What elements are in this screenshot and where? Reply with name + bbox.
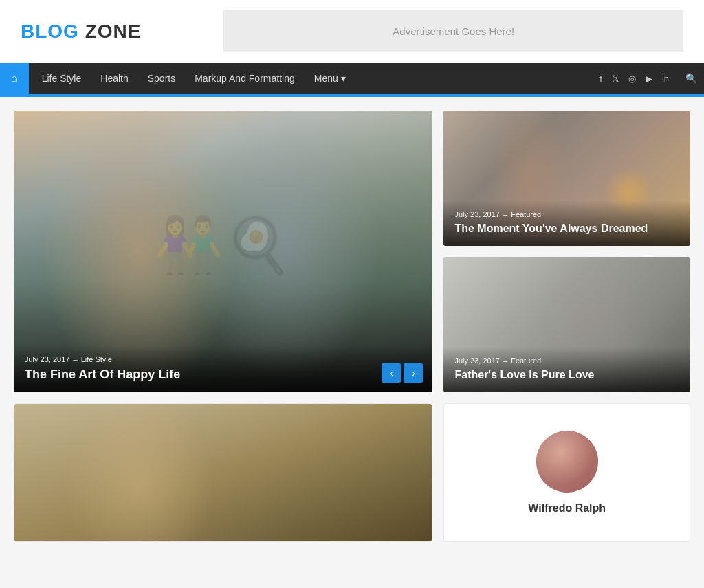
author-card[interactable]: Wilfredo Ralph [443, 403, 690, 542]
author-avatar [536, 431, 598, 493]
bottom-grid: Wilfredo Ralph [14, 403, 690, 542]
card-meta-small-bottom: July 23, 2017 – Featured [454, 357, 679, 365]
social-instagram[interactable]: ◎ [628, 74, 636, 84]
card-title-small-top: The Moment You've Always Dreamed [454, 222, 679, 236]
card-meta-small-top: July 23, 2017 – Featured [454, 210, 679, 218]
featured-grid: July 23, 2017 – Life Style The Fine Art … [14, 111, 690, 392]
card-title-large: The Fine Art Of Happy Life [25, 367, 421, 383]
logo-blog: BLOG [21, 21, 79, 42]
carousel-next-button[interactable]: › [404, 363, 423, 383]
advertisement-banner: Advertisement Goes Here! [223, 10, 683, 52]
author-name: Wilfredo Ralph [528, 502, 606, 514]
logo-zone: ZONE [79, 21, 142, 42]
woman-outdoors-image [14, 404, 432, 541]
card-overlay-small-bottom: July 23, 2017 – Featured Father's Love I… [443, 347, 690, 392]
site-header: BLOG ZONE Advertisement Goes Here! [0, 0, 704, 63]
featured-card-large[interactable]: July 23, 2017 – Life Style The Fine Art … [14, 111, 432, 392]
social-youtube[interactable]: ▶ [646, 74, 652, 84]
card-meta-large: July 23, 2017 – Life Style [25, 355, 421, 363]
bottom-left-card[interactable] [14, 403, 432, 542]
carousel-navigation: ‹ › [382, 363, 423, 383]
social-twitter[interactable]: 𝕏 [612, 74, 619, 84]
nav-item-health[interactable]: Health [91, 63, 138, 94]
nav-item-lifestyle[interactable]: Life Style [32, 63, 91, 94]
nav-item-sports[interactable]: Sports [138, 63, 185, 94]
featured-card-small-top[interactable]: July 23, 2017 – Featured The Moment You'… [443, 111, 690, 246]
nav-item-markup[interactable]: Markup And Formatting [185, 63, 305, 94]
nav-social-links: f 𝕏 ◎ ▶ in [600, 74, 679, 84]
card-title-small-bottom: Father's Love Is Pure Love [454, 368, 679, 383]
nav-home-button[interactable]: ⌂ [0, 63, 29, 94]
card-overlay-large: July 23, 2017 – Life Style The Fine Art … [14, 346, 432, 392]
featured-card-small-bottom[interactable]: July 23, 2017 – Featured Father's Love I… [443, 257, 690, 392]
carousel-prev-button[interactable]: ‹ [382, 363, 401, 383]
site-logo[interactable]: BLOG ZONE [21, 21, 141, 43]
social-linkedin[interactable]: in [662, 74, 669, 84]
main-navbar: ⌂ Life Style Health Sports Markup And Fo… [0, 63, 704, 94]
social-facebook[interactable]: f [600, 74, 602, 84]
card-overlay-small-top: July 23, 2017 – Featured The Moment You'… [443, 201, 690, 246]
nav-search-button[interactable]: 🔍 [679, 73, 704, 84]
nav-items-list: Life Style Health Sports Markup And Form… [29, 63, 600, 94]
right-cards-column: July 23, 2017 – Featured The Moment You'… [443, 111, 690, 392]
main-content: July 23, 2017 – Life Style The Fine Art … [0, 97, 704, 556]
nav-item-menu[interactable]: Menu ▾ [305, 63, 355, 94]
